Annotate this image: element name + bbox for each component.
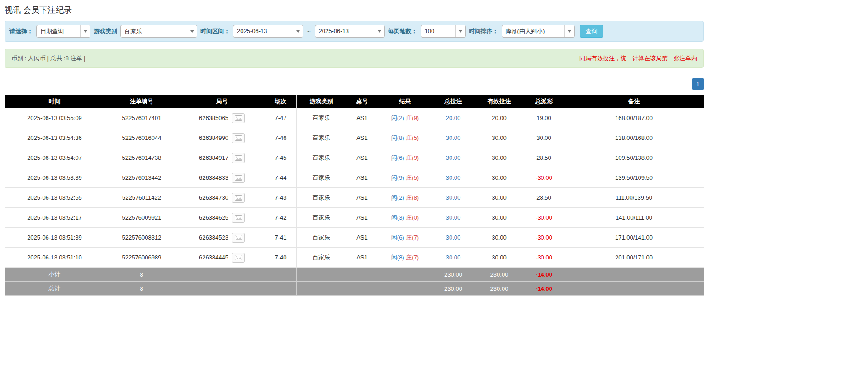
cards-icon: [235, 195, 242, 201]
cell-bet-id: 522576006989: [104, 248, 179, 268]
cards-icon: [235, 115, 242, 121]
round-detail-button[interactable]: [232, 133, 245, 143]
cell-payout: 19.00: [524, 108, 564, 128]
note: 201.00/171.00: [615, 254, 653, 261]
session: 7-43: [275, 194, 286, 201]
cell-total-bet: 30.00: [432, 228, 474, 248]
cell-session: 7-47: [265, 108, 297, 128]
cell-payout: 30.00: [524, 128, 564, 148]
total-bet-link[interactable]: 20.00: [446, 115, 461, 121]
col-header-table-no: 桌号: [346, 95, 378, 108]
round-detail-button[interactable]: [232, 233, 245, 243]
game-type-select[interactable]: 百家乐: [120, 25, 197, 38]
total-bet-link[interactable]: 30.00: [446, 194, 461, 201]
result-player: 闲(8): [391, 134, 404, 141]
cell-round: 626384625: [179, 208, 265, 228]
search-button[interactable]: 查询: [580, 25, 603, 38]
col-header-bet-id: 注单编号: [104, 95, 179, 108]
cell-game-type: 百家乐: [297, 128, 346, 148]
total-bet-link[interactable]: 30.00: [446, 214, 461, 221]
note: 109.50/138.00: [615, 154, 653, 161]
subtotal-note: [564, 268, 704, 282]
bet-time: 2025-06-13 03:52:17: [27, 214, 82, 221]
game-type: 百家乐: [313, 154, 330, 161]
cell-session: 7-42: [265, 208, 297, 228]
cell-total-bet: 30.00: [432, 128, 474, 148]
round-detail-button[interactable]: [232, 173, 245, 183]
cell-round: 626384445: [179, 248, 265, 268]
result-banker: 庄(5): [406, 174, 419, 181]
cell-payout: 28.50: [524, 148, 564, 168]
result-banker: 庄(0): [406, 214, 419, 221]
result-player: 闲(3): [391, 214, 404, 221]
result-player: 闲(8): [391, 254, 404, 261]
cell-round: 626385065: [179, 108, 265, 128]
cards-icon: [235, 235, 242, 240]
chevron-down-icon[interactable]: [293, 25, 303, 37]
result-player: 闲(6): [391, 154, 404, 161]
cell-game-type: 百家乐: [297, 208, 346, 228]
round-id: 626384833: [199, 174, 228, 181]
table-row: 2025-06-13 03:54:36522576016044626384990…: [5, 128, 704, 148]
bet-id: 522576016044: [122, 134, 161, 141]
page-number-button[interactable]: 1: [692, 78, 704, 90]
cell-total-bet: 30.00: [432, 248, 474, 268]
round-id: 626384523: [199, 234, 228, 241]
total-bet-link[interactable]: 30.00: [446, 154, 461, 161]
total-bet-link[interactable]: 30.00: [446, 134, 461, 141]
round-detail-button[interactable]: [232, 113, 245, 123]
session: 7-42: [275, 214, 286, 221]
payout: 28.50: [536, 154, 551, 161]
total-total-bet: 230.00: [432, 282, 474, 296]
cell-payout: -30.00: [524, 208, 564, 228]
bet-id: 522576011422: [122, 194, 161, 201]
sort-order-label: 时间排序：: [469, 27, 498, 35]
session: 7-44: [275, 174, 286, 181]
date-to-picker[interactable]: 2025-06-13: [315, 25, 385, 38]
total-note: [564, 282, 704, 296]
date-from-picker[interactable]: 2025-06-13: [233, 25, 303, 38]
total-bet-link[interactable]: 30.00: [446, 174, 461, 181]
cell-round: 626384523: [179, 228, 265, 248]
query-type-select[interactable]: 日期查询: [36, 25, 90, 38]
sort-order-select[interactable]: 降幂(由大到小): [502, 25, 575, 38]
cell-result: 闲(2) 庄(8): [378, 188, 432, 208]
page-title: 视讯 会员下注纪录: [5, 5, 704, 15]
subtotal-label: 小计: [5, 268, 104, 282]
table-header-row: 时间 注单编号 局号 场次 游戏类别 桌号 结果 总投注 有效投注 总派彩 备注: [5, 95, 704, 108]
result-banker: 庄(7): [406, 234, 419, 241]
round-detail-button[interactable]: [232, 193, 245, 203]
chevron-down-icon[interactable]: [375, 25, 384, 37]
cell-valid-bet: 20.00: [474, 108, 524, 128]
col-header-note: 备注: [564, 95, 704, 108]
chevron-down-icon[interactable]: [80, 25, 90, 37]
result-banker: 庄(9): [406, 154, 419, 161]
round-detail-button[interactable]: [232, 213, 245, 223]
cell-result: 闲(2) 庄(9): [378, 108, 432, 128]
bet-time: 2025-06-13 03:51:10: [27, 254, 82, 261]
note: 141.00/111.00: [616, 214, 652, 221]
round-detail-button[interactable]: [232, 253, 245, 263]
chevron-down-icon[interactable]: [187, 25, 197, 37]
date-to-value: 2025-06-13: [315, 25, 375, 37]
table-row: 2025-06-13 03:52:55522576011422626384730…: [5, 188, 704, 208]
chevron-down-icon[interactable]: [455, 25, 465, 37]
cell-valid-bet: 30.00: [474, 188, 524, 208]
note: 168.00/187.00: [615, 115, 653, 121]
chevron-down-icon[interactable]: [564, 25, 574, 37]
cell-round: 626384990: [179, 128, 265, 148]
per-page-select[interactable]: 100: [421, 25, 466, 38]
cell-table-no: AS1: [346, 128, 378, 148]
col-header-game-type: 游戏类别: [297, 95, 346, 108]
cell-result: 闲(6) 庄(7): [378, 228, 432, 248]
cell-game-type: 百家乐: [297, 148, 346, 168]
cell-session: 7-43: [265, 188, 297, 208]
total-bet-link[interactable]: 30.00: [446, 254, 461, 261]
result-player: 闲(2): [391, 194, 404, 201]
round-detail-button[interactable]: [232, 153, 245, 163]
total-bet-link[interactable]: 30.00: [446, 234, 461, 241]
cell-time: 2025-06-13 03:51:39: [5, 228, 104, 248]
cell-bet-id: 522576011422: [104, 188, 179, 208]
cell-session: 7-41: [265, 228, 297, 248]
cell-total-bet: 30.00: [432, 168, 474, 188]
